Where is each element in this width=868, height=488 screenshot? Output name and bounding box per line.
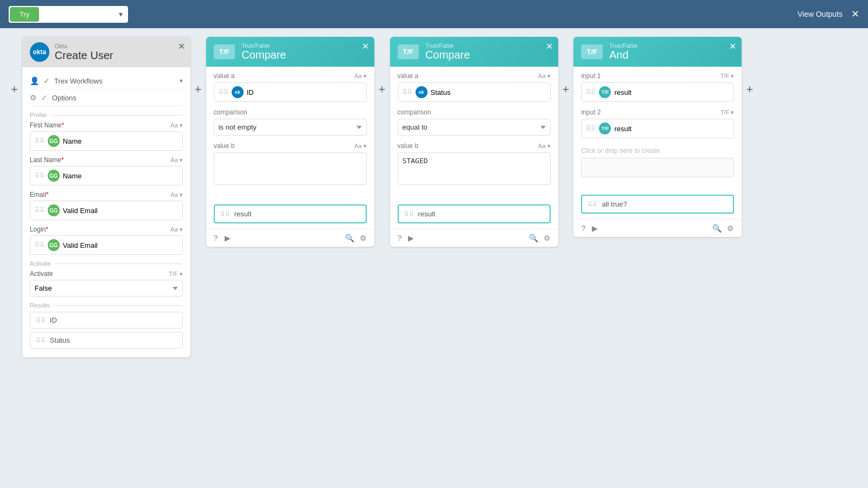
add-between-1-2-button[interactable]: + <box>190 80 206 99</box>
compare-1-close-button[interactable]: ✕ <box>362 41 369 52</box>
add-between-2-3-button[interactable]: + <box>374 80 390 99</box>
compare-2-gear-icon[interactable]: ⚙ <box>544 234 551 242</box>
activate-divider: Activate <box>30 260 183 267</box>
firstname-pill: GG <box>48 135 60 147</box>
and-drop-block: Click or drop here to create <box>581 145 734 177</box>
compare-1-card: T/F True/False Compare ✕ value a Aa ▾ ⠿⠿… <box>206 37 374 247</box>
and-close-button[interactable]: ✕ <box>729 41 736 52</box>
compare-1-va-text: ID <box>247 88 254 97</box>
and-input2-label: input 2 <box>581 108 601 116</box>
and-input2-input[interactable]: ⠿⠿ T/F result <box>581 119 734 138</box>
options-section[interactable]: ⚙ ✓ Options <box>30 89 183 106</box>
profile-divider: Profile <box>30 112 183 118</box>
email-pill: GG <box>48 204 60 216</box>
and-play-icon[interactable]: ▶ <box>592 224 598 233</box>
compare-1-result-label: result <box>234 210 252 218</box>
compare-2-card: T/F True/False Compare ✕ value a Aa ▾ ⠿⠿… <box>390 37 558 247</box>
compare-1-title: Compare <box>241 49 286 61</box>
result-id-label: ID <box>50 316 57 324</box>
compare-1-value-a-input[interactable]: ⠿⠿ ok ID <box>214 82 367 102</box>
and-input1-label: input 1 <box>581 72 601 80</box>
and-input2-type: T/F ▾ <box>720 109 735 116</box>
firstname-input[interactable]: ⠿⠿ GG Name <box>30 131 183 151</box>
compare-1-play-icon[interactable]: ▶ <box>225 234 231 242</box>
compare-2-close-button[interactable]: ✕ <box>546 41 553 52</box>
compare-1-result-drag-handle: ⠿⠿ <box>220 210 230 218</box>
trex-workflows-section[interactable]: 👤 ✓ Trex Workflows ▾ <box>30 73 183 89</box>
login-field-row: Login* Aa ▾ ⠿⠿ GG Valid Email <box>30 226 183 255</box>
topbar: Try ▾ View Outputs ✕ <box>0 0 868 28</box>
and-input1-text: result <box>614 88 631 97</box>
compare-1-search-icon[interactable]: 🔍 <box>345 234 354 242</box>
compare-1-value-a-label: value a <box>214 72 235 80</box>
compare-1-value-b-textarea[interactable] <box>214 152 367 185</box>
and-input1-block: input 1 T/F ▾ ⠿⠿ T/F result <box>581 72 734 102</box>
compare-2-result-box: ⠿⠿ result <box>398 204 551 223</box>
compare-1-value-a-block: value a Aa ▾ ⠿⠿ ok ID <box>214 72 367 102</box>
try-button[interactable]: Try <box>10 7 39 22</box>
topbar-right: View Outputs ✕ <box>797 8 859 20</box>
firstname-value: Name <box>63 137 82 145</box>
result-id-drag-handle: ⠿⠿ <box>36 317 46 324</box>
compare-2-search-icon[interactable]: 🔍 <box>529 234 538 242</box>
and-drop-zone[interactable] <box>581 158 734 177</box>
compare-1-va-drag-handle: ⠿⠿ <box>219 88 228 96</box>
and-input2-pill: T/F <box>599 123 611 134</box>
lastname-value: Name <box>63 172 82 180</box>
lastname-type: Aa ▾ <box>170 157 183 164</box>
email-input[interactable]: ⠿⠿ GG Valid Email <box>30 201 183 220</box>
compare-2-comparison-label: comparison <box>398 108 431 116</box>
and-input1-drag-handle: ⠿⠿ <box>586 88 596 96</box>
lastname-input[interactable]: ⠿⠿ GG Name <box>30 166 183 185</box>
and-input1-input[interactable]: ⠿⠿ T/F result <box>581 82 734 102</box>
topbar-close-button[interactable]: ✕ <box>851 8 859 20</box>
add-between-3-4-button[interactable]: + <box>558 80 574 99</box>
login-drag-handle: ⠿⠿ <box>35 241 44 249</box>
login-input[interactable]: ⠿⠿ GG Valid Email <box>30 235 183 255</box>
workflows-label: Trex Workflows <box>54 77 103 85</box>
compare-1-result-box: ⠿⠿ result <box>214 204 367 223</box>
try-dropdown-chevron[interactable]: ▾ <box>114 8 127 21</box>
compare-1-comparison-select[interactable]: is not empty is empty equal to not equal… <box>214 119 367 136</box>
compare-2-play-icon[interactable]: ▶ <box>408 234 414 242</box>
create-user-close-button[interactable]: ✕ <box>178 41 185 52</box>
view-outputs-button[interactable]: View Outputs <box>797 10 843 18</box>
and-search-icon[interactable]: 🔍 <box>712 224 722 233</box>
compare-2-help-icon[interactable]: ? <box>398 234 402 242</box>
email-required-indicator: * <box>46 191 49 198</box>
add-after-last-button[interactable]: + <box>742 80 757 99</box>
create-user-body: 👤 ✓ Trex Workflows ▾ ⚙ ✓ Options Profile <box>22 67 190 357</box>
email-drag-handle: ⠿⠿ <box>35 207 44 214</box>
try-label: Try <box>20 10 29 18</box>
and-title: And <box>609 49 637 61</box>
compare-2-value-a-block: value a Aa ▾ ⠿⠿ ok Status <box>398 72 551 102</box>
okta-logo: okta <box>30 42 49 62</box>
compare-2-value-b-textarea[interactable]: STAGED <box>398 152 551 185</box>
compare-2-value-a-input[interactable]: ⠿⠿ ok Status <box>398 82 551 102</box>
compare-1-comparison-block: comparison is not empty is empty equal t… <box>214 108 367 136</box>
compare-1-help-icon[interactable]: ? <box>214 234 218 242</box>
compare-1-gear-icon[interactable]: ⚙ <box>360 234 367 242</box>
canvas: + okta Okta Create User ✕ 👤 ✓ Trex Workf… <box>0 28 868 488</box>
and-subtitle: True/False <box>609 42 637 49</box>
create-user-card: okta Okta Create User ✕ 👤 ✓ Trex Workflo… <box>22 37 190 357</box>
compare-1-header: T/F True/False Compare ✕ <box>206 37 374 67</box>
create-user-title-group: Okta Create User <box>55 43 113 62</box>
and-help-icon[interactable]: ? <box>581 224 585 233</box>
and-card: T/F True/False And ✕ input 1 T/F ▾ ⠿⠿ T/… <box>573 37 742 237</box>
compare-2-title-group: True/False Compare <box>425 42 470 61</box>
results-divider: Results <box>30 302 183 309</box>
firstname-drag-handle: ⠿⠿ <box>35 137 44 145</box>
activate-select[interactable]: False True <box>30 280 183 297</box>
and-header: T/F True/False And ✕ <box>573 37 742 67</box>
compare-1-subtitle: True/False <box>241 42 286 49</box>
create-user-header: okta Okta Create User ✕ <box>22 37 190 67</box>
email-type: Aa ▾ <box>170 191 183 198</box>
and-result-label: all true? <box>602 200 627 208</box>
and-gear-icon[interactable]: ⚙ <box>727 224 734 233</box>
add-before-card1-button[interactable]: + <box>7 80 22 99</box>
and-input1-type: T/F ▾ <box>720 73 735 80</box>
compare-1-value-a-type: Aa ▾ <box>354 73 367 80</box>
compare-2-comparison-select[interactable]: is not empty is empty equal to not equal… <box>398 119 551 136</box>
lastname-field-row: Last Name* Aa ▾ ⠿⠿ GG Name <box>30 156 183 185</box>
